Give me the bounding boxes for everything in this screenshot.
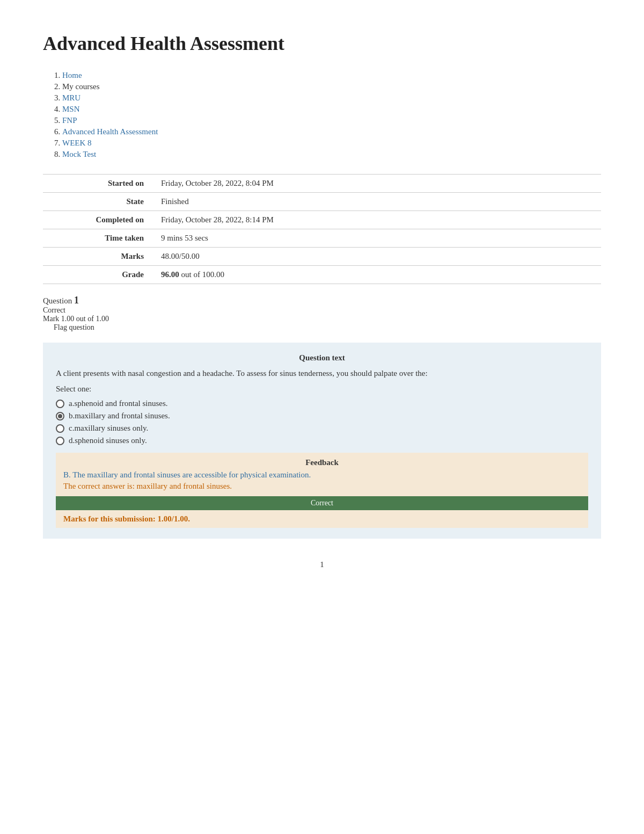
question-text-heading: Question text xyxy=(56,353,588,362)
submission-marks: Marks for this submission: 1.00/1.00. xyxy=(56,510,588,528)
breadcrumb-link-mru[interactable]: MRU xyxy=(62,93,80,102)
question-header: Question 1 Correct Mark 1.00 out of 1.00… xyxy=(43,295,601,332)
grade-label: Grade xyxy=(43,266,150,284)
completed-on-label: Completed on xyxy=(43,211,150,229)
radio-icon-a xyxy=(56,400,64,408)
feedback-section: Feedback B. The maxillary and frontal si… xyxy=(56,453,588,496)
breadcrumb-link-aha[interactable]: Advanced Health Assessment xyxy=(62,127,158,136)
flag-question[interactable]: Flag question xyxy=(54,323,601,332)
breadcrumb: Home My courses MRU MSN FNP Advanced Hea… xyxy=(43,71,601,159)
breadcrumb-link-msn[interactable]: MSN xyxy=(62,105,80,113)
option-b-label: b.maxillary and frontal sinuses. xyxy=(69,411,170,420)
option-a[interactable]: a.sphenoid and frontal sinuses. xyxy=(56,399,588,408)
feedback-answer: The correct answer is: maxillary and fro… xyxy=(63,482,581,491)
state-value: Finished xyxy=(150,193,601,211)
time-taken-value: 9 mins 53 secs xyxy=(150,229,601,248)
breadcrumb-item-8[interactable]: Mock Test xyxy=(62,150,601,159)
option-d[interactable]: d.sphenoid sinuses only. xyxy=(56,436,588,445)
page-title: Advanced Health Assessment xyxy=(43,32,601,55)
grade-value: 96.00 out of 100.00 xyxy=(150,266,601,284)
summary-row-state: State Finished xyxy=(43,193,601,211)
breadcrumb-item-7[interactable]: WEEK 8 xyxy=(62,139,601,148)
option-a-label: a.sphenoid and frontal sinuses. xyxy=(69,399,168,408)
breadcrumb-link-home[interactable]: Home xyxy=(62,71,82,79)
summary-row-marks: Marks 48.00/50.00 xyxy=(43,248,601,266)
radio-icon-c xyxy=(56,424,64,433)
option-d-label: d.sphenoid sinuses only. xyxy=(69,436,147,445)
feedback-text: B. The maxillary and frontal sinuses are… xyxy=(63,470,581,480)
question-body: A client presents with nasal congestion … xyxy=(56,369,588,378)
breadcrumb-link-week8[interactable]: WEEK 8 xyxy=(62,139,92,147)
breadcrumb-item-1[interactable]: Home xyxy=(62,71,601,80)
options-list: a.sphenoid and frontal sinuses. b.maxill… xyxy=(56,399,588,445)
breadcrumb-link-mocktest[interactable]: Mock Test xyxy=(62,150,96,158)
correct-banner: Correct xyxy=(56,496,588,510)
started-on-label: Started on xyxy=(43,175,150,193)
breadcrumb-item-4[interactable]: MSN xyxy=(62,105,601,114)
completed-on-value: Friday, October 28, 2022, 8:14 PM xyxy=(150,211,601,229)
summary-row-grade: Grade 96.00 out of 100.00 xyxy=(43,266,601,284)
question-number: Question 1 xyxy=(43,295,601,306)
summary-row-started: Started on Friday, October 28, 2022, 8:0… xyxy=(43,175,601,193)
breadcrumb-link-fnp[interactable]: FNP xyxy=(62,116,77,125)
option-c[interactable]: c.maxillary sinuses only. xyxy=(56,424,588,433)
option-c-label: c.maxillary sinuses only. xyxy=(69,424,148,433)
state-label: State xyxy=(43,193,150,211)
question-box: Question text A client presents with nas… xyxy=(43,343,601,539)
radio-icon-b xyxy=(56,412,64,420)
breadcrumb-item-3[interactable]: MRU xyxy=(62,93,601,103)
time-taken-label: Time taken xyxy=(43,229,150,248)
marks-value: 48.00/50.00 xyxy=(150,248,601,266)
option-b[interactable]: b.maxillary and frontal sinuses. xyxy=(56,411,588,420)
select-one-label: Select one: xyxy=(56,385,588,394)
breadcrumb-item-2: My courses xyxy=(62,82,601,91)
started-on-value: Friday, October 28, 2022, 8:04 PM xyxy=(150,175,601,193)
question-status: Correct xyxy=(43,306,601,315)
breadcrumb-item-6[interactable]: Advanced Health Assessment xyxy=(62,127,601,136)
grade-bold: 96.00 xyxy=(161,270,179,279)
summary-row-completed: Completed on Friday, October 28, 2022, 8… xyxy=(43,211,601,229)
breadcrumb-item-5[interactable]: FNP xyxy=(62,116,601,125)
page-number: 1 xyxy=(43,560,601,569)
feedback-heading: Feedback xyxy=(63,458,581,467)
summary-table: Started on Friday, October 28, 2022, 8:0… xyxy=(43,174,601,284)
question-mark: Mark 1.00 out of 1.00 xyxy=(43,315,601,323)
radio-icon-d xyxy=(56,437,64,445)
summary-row-time: Time taken 9 mins 53 secs xyxy=(43,229,601,248)
marks-label: Marks xyxy=(43,248,150,266)
